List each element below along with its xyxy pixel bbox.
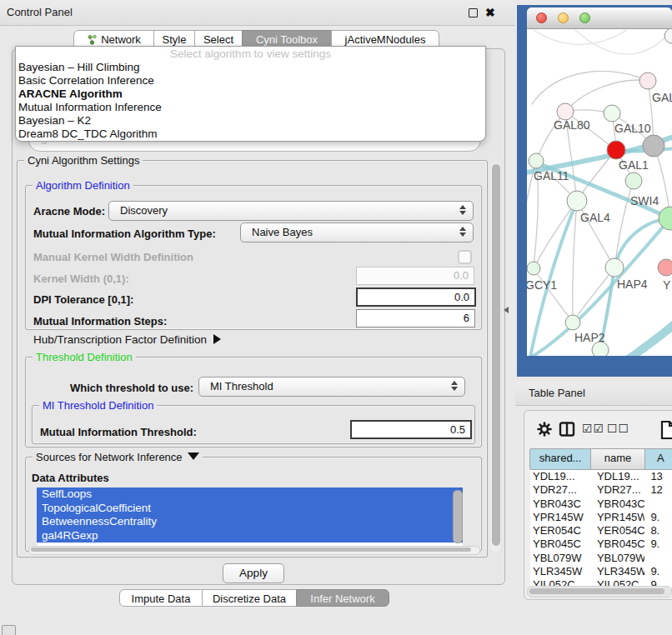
sources-group-title[interactable]: Sources for Network Inference: [33, 451, 203, 463]
tab-impute-data[interactable]: Impute Data: [119, 589, 203, 607]
column-header[interactable]: name: [590, 449, 645, 469]
network-edge[interactable]: [627, 323, 672, 356]
network-edge[interactable]: [575, 30, 669, 54]
table-cell: YDR27...: [530, 483, 591, 497]
which-threshold-value: MI Threshold: [210, 378, 273, 396]
attribute-item[interactable]: gal4RGexp: [37, 529, 463, 543]
splitter-collapse-icon[interactable]: [504, 307, 509, 313]
network-node[interactable]: [605, 258, 624, 277]
table-row[interactable]: YDL19...YDL19...13: [530, 470, 672, 483]
network-node[interactable]: [658, 259, 672, 276]
network-node[interactable]: [604, 105, 620, 122]
tab-jactivemnodules[interactable]: jActiveMNodules: [331, 30, 439, 48]
column-header[interactable]: shared...: [529, 449, 591, 469]
network-node[interactable]: [625, 172, 642, 189]
close-window-icon[interactable]: [536, 12, 547, 23]
network-node[interactable]: [567, 191, 587, 211]
attribute-item[interactable]: BetweennessCentrality: [37, 515, 463, 529]
network-edge[interactable]: [532, 72, 648, 104]
table-horizontal-scrollbar[interactable]: [527, 586, 672, 598]
close-panel-icon[interactable]: ✖: [485, 5, 495, 20]
mi-threshold-field[interactable]: 0.5: [350, 420, 472, 439]
tab-discretize-data[interactable]: Discretize Data: [202, 589, 297, 607]
algorithm-dropdown-popup: Select algorithm to view settings Bayesi…: [15, 46, 486, 142]
table-row[interactable]: YPR145WYPR145W9.: [530, 511, 672, 524]
dock-panel-icon[interactable]: [2, 625, 16, 635]
split-pane-icon[interactable]: [559, 422, 575, 439]
table-row[interactable]: YLR345WYLR345W9.: [530, 565, 672, 578]
mi-threshold-group-title: MI Threshold Definition: [39, 399, 157, 412]
screen: Control Panel ✖ Network Style Select Cyn…: [0, 0, 672, 635]
tab-select[interactable]: Select: [194, 30, 243, 48]
attributes-vertical-scrollbar[interactable]: [453, 490, 463, 543]
checked-boxes-icon[interactable]: ☑☑: [582, 422, 604, 435]
node-label: GAL1: [619, 158, 649, 172]
minimize-window-icon[interactable]: [558, 12, 569, 23]
zoom-window-icon[interactable]: [579, 12, 590, 23]
network-node[interactable]: [664, 29, 672, 43]
tab-infer-network-label: Infer Network: [310, 592, 374, 605]
table-row[interactable]: YBR043CYBR043C: [530, 498, 672, 511]
table-row[interactable]: YBL079WYBL079W: [530, 552, 672, 565]
network-node[interactable]: [529, 153, 544, 168]
table-cell: [644, 498, 672, 511]
table-row[interactable]: YER054CYER054C8.: [530, 524, 672, 538]
table-cell: YER054C: [530, 524, 591, 538]
control-panel-titlebar: Control Panel ✖: [0, 0, 515, 26]
network-node[interactable]: [659, 207, 672, 230]
table-row[interactable]: YBR045CYBR045C9.: [530, 538, 672, 551]
table-cell: 9.: [644, 538, 672, 551]
network-node[interactable]: [607, 141, 625, 159]
dpi-tolerance-field[interactable]: 0.0: [356, 288, 476, 307]
node-label: GAL: [652, 91, 672, 104]
mi-type-combo[interactable]: Naive Bayes: [240, 222, 474, 242]
algorithm-option[interactable]: Mutual Information Inference: [16, 101, 485, 114]
network-node[interactable]: [565, 315, 580, 330]
tab-network-label: Network: [101, 33, 141, 46]
tab-select-label: Select: [203, 33, 233, 46]
mi-type-value: Naive Bayes: [252, 223, 313, 242]
table-cell: 9.: [644, 565, 672, 578]
algorithm-option[interactable]: Basic Correlation Inference: [16, 74, 485, 88]
network-canvas[interactable]: GALGAL80GAL10GAL1GAL11SWI4GAL4GCY1HAP4YH…: [527, 29, 672, 356]
algorithm-option[interactable]: Dream8 DC_TDC Algorithm: [16, 128, 485, 141]
attributes-horizontal-scrollbar[interactable]: [28, 546, 480, 555]
tab-cyni-toolbox[interactable]: Cyni Toolbox: [242, 30, 332, 48]
tab-style[interactable]: Style: [153, 30, 195, 48]
which-threshold-combo[interactable]: MI Threshold: [198, 377, 465, 397]
table-row[interactable]: YDR27...YDR27...12: [530, 483, 672, 497]
network-edge[interactable]: [573, 201, 577, 322]
algorithm-option[interactable]: Bayesian – Hill Climbing: [16, 61, 485, 74]
algorithm-option[interactable]: Bayesian – K2: [16, 114, 485, 128]
aracne-mode-combo[interactable]: Discovery: [108, 201, 474, 221]
column-header[interactable]: A: [644, 449, 672, 469]
apply-button[interactable]: Apply: [223, 563, 284, 583]
kernel-width-field[interactable]: 0.0: [356, 267, 474, 285]
network-node[interactable]: [643, 135, 664, 157]
data-attributes-list[interactable]: SelfLoopsTopologicalCoefficientBetweenne…: [37, 488, 463, 546]
network-window-titlebar[interactable]: [527, 8, 672, 29]
network-node[interactable]: [557, 103, 574, 120]
tab-infer-network[interactable]: Infer Network: [296, 589, 389, 607]
algorithm-option[interactable]: ARACNE Algorithm: [16, 88, 485, 101]
table-cell: YBR045C: [591, 538, 644, 551]
hub-definition-expander[interactable]: Hub/Transcription Factor Definition: [33, 333, 221, 346]
attribute-item[interactable]: TopologicalCoefficient: [37, 502, 463, 516]
table-rows: YDL19...YDL19...13YDR27...YDR27...12YBR0…: [530, 470, 672, 588]
network-node[interactable]: [639, 72, 656, 89]
table-cell: YBR045C: [530, 538, 591, 551]
network-node[interactable]: [527, 262, 540, 275]
float-panel-icon[interactable]: [469, 8, 478, 18]
mi-steps-field[interactable]: 6: [356, 309, 475, 328]
settings-vertical-scrollbar[interactable]: [490, 162, 501, 552]
node-label: SWI4: [630, 194, 659, 208]
table-cell: YDR27...: [591, 483, 644, 497]
network-edge[interactable]: [534, 30, 627, 44]
page-icon[interactable]: [659, 420, 672, 442]
unchecked-boxes-icon[interactable]: ☐☐: [607, 422, 629, 435]
tab-network[interactable]: Network: [73, 30, 154, 48]
gear-icon[interactable]: [537, 422, 552, 439]
tab-jactivemnodules-label: jActiveMNodules: [345, 33, 426, 46]
attribute-item[interactable]: SelfLoops: [37, 488, 463, 502]
manual-kernel-checkbox[interactable]: [458, 250, 472, 264]
